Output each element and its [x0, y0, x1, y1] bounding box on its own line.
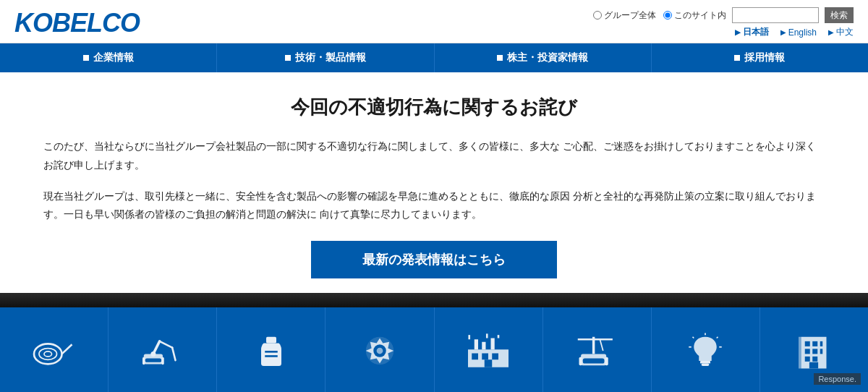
- svg-rect-48: [813, 349, 818, 354]
- svg-rect-6: [142, 357, 145, 365]
- svg-point-17: [377, 348, 383, 354]
- radio-group: グループ全体 このサイト内: [593, 9, 726, 22]
- svg-rect-53: [799, 337, 801, 369]
- nav-item-investor-label: 株主・投資家情報: [507, 51, 588, 64]
- svg-rect-45: [813, 341, 818, 346]
- steel-coil-icon: [29, 329, 80, 372]
- bottom-dark-bar: [0, 293, 868, 307]
- header: KOBELCO グループ全体 このサイト内 検索: [0, 0, 868, 72]
- language-row: ▶ 日本語 ▶ English ▶ 中文: [735, 26, 854, 38]
- lightbulb-icon: [680, 329, 731, 372]
- svg-rect-7: [161, 357, 164, 365]
- svg-rect-12: [266, 337, 276, 344]
- lang-arrow-zh: ▶: [828, 28, 834, 36]
- building-icon: [788, 329, 839, 372]
- svg-rect-25: [491, 338, 495, 350]
- svg-point-2: [44, 351, 52, 357]
- logo: KOBELCO: [14, 8, 140, 38]
- radio-site-input[interactable]: [663, 11, 672, 20]
- radio-site-label[interactable]: このサイト内: [663, 9, 726, 22]
- content-paragraph-2: 現在当社グループは、取引先様と一緒に、安全性を含む製品への影響の確認を早急に進め…: [43, 187, 825, 223]
- svg-rect-24: [482, 342, 485, 350]
- excavator-icon: [137, 329, 188, 372]
- svg-rect-22: [485, 359, 493, 367]
- page-title: 今回の不適切行為に関するお詫び: [43, 94, 825, 120]
- bottom-icon-bottle[interactable]: [217, 307, 326, 392]
- bottom-icon-screw[interactable]: [326, 307, 434, 392]
- svg-rect-52: [809, 362, 818, 369]
- factory-icon: [463, 329, 514, 372]
- cta-button[interactable]: 最新の発表情報はこちら: [311, 241, 557, 278]
- radio-group-text: グループ全体: [604, 9, 656, 22]
- bottom-icon-factory[interactable]: [435, 307, 543, 392]
- radio-group-label[interactable]: グループ全体: [593, 9, 656, 22]
- bottom-icon-bar: [0, 307, 868, 392]
- content-paragraph-1: このたび、当社ならびに当社グループ会社製品の一部に関する不適切な行為に関しまして…: [43, 137, 825, 174]
- nav-item-technology-label: 技術・製品情報: [295, 51, 366, 64]
- svg-rect-51: [813, 357, 818, 362]
- search-input[interactable]: [732, 7, 819, 23]
- lang-chinese[interactable]: ▶ 中文: [828, 26, 854, 38]
- svg-line-40: [717, 337, 718, 338]
- svg-rect-31: [579, 357, 582, 365]
- svg-point-0: [34, 344, 62, 365]
- svg-line-3: [61, 344, 72, 354]
- svg-rect-49: [820, 349, 823, 354]
- svg-line-9: [159, 341, 172, 348]
- svg-rect-20: [482, 354, 488, 360]
- nav-item-company[interactable]: 企業情報: [0, 43, 217, 72]
- watermark: Response.: [814, 373, 861, 385]
- bottom-icon-crane[interactable]: [543, 307, 652, 392]
- svg-rect-36: [700, 361, 710, 364]
- bottom-icon-steel[interactable]: [0, 307, 109, 392]
- search-button[interactable]: 検索: [825, 7, 854, 23]
- nav-item-recruitment[interactable]: 採用情報: [652, 43, 868, 72]
- main-content: 今回の不適切行為に関するお詫び このたび、当社ならびに当社グループ会社製品の一部…: [0, 72, 868, 293]
- nav-square-investor: [497, 55, 503, 61]
- nav-item-company-label: 企業情報: [93, 51, 134, 64]
- lang-english[interactable]: ▶ English: [780, 27, 817, 38]
- nav-square-recruitment: [734, 55, 740, 61]
- svg-rect-50: [805, 357, 810, 362]
- lang-chinese-label: 中文: [836, 26, 854, 38]
- svg-rect-13: [265, 351, 278, 353]
- lang-arrow-en: ▶: [780, 28, 786, 36]
- svg-rect-47: [805, 349, 810, 354]
- svg-line-10: [172, 348, 175, 361]
- screw-icon: [354, 329, 405, 372]
- bottom-icon-lightbulb[interactable]: [652, 307, 760, 392]
- svg-rect-44: [805, 341, 810, 346]
- search-row: グループ全体 このサイト内 検索: [593, 7, 854, 23]
- svg-rect-23: [475, 339, 478, 349]
- svg-point-11: [150, 351, 156, 357]
- lang-japanese-label: 日本語: [743, 26, 769, 38]
- svg-point-1: [39, 349, 57, 360]
- navigation: 企業情報 技術・製品情報 株主・投資家情報 採用情報: [0, 43, 868, 72]
- svg-rect-46: [820, 341, 823, 346]
- nav-square-technology: [285, 55, 291, 61]
- nav-item-investor[interactable]: 株主・投資家情報: [435, 43, 652, 72]
- bottom-icon-excavator[interactable]: [109, 307, 217, 392]
- bottle-icon: [246, 329, 297, 372]
- svg-rect-5: [145, 359, 161, 362]
- svg-line-35: [600, 339, 603, 351]
- svg-rect-21: [492, 354, 498, 360]
- crane-icon: [571, 329, 622, 372]
- lang-english-label: English: [788, 27, 817, 38]
- header-right: グループ全体 このサイト内 検索 ▶ 日本語 ▶ English: [593, 7, 854, 38]
- lang-japanese[interactable]: ▶ 日本語: [735, 26, 769, 38]
- radio-site-text: このサイト内: [674, 9, 726, 22]
- radio-group-input[interactable]: [593, 11, 602, 20]
- svg-rect-30: [583, 359, 605, 364]
- nav-item-recruitment-label: 採用情報: [744, 51, 785, 64]
- svg-rect-19: [472, 354, 478, 360]
- svg-rect-37: [702, 364, 710, 367]
- svg-rect-14: [265, 355, 278, 357]
- header-top: KOBELCO グループ全体 このサイト内 検索: [0, 0, 868, 43]
- lang-arrow-ja: ▶: [735, 28, 741, 36]
- svg-line-39: [693, 337, 694, 338]
- nav-square-company: [83, 55, 89, 61]
- nav-item-technology[interactable]: 技術・製品情報: [217, 43, 434, 72]
- svg-rect-32: [605, 357, 608, 365]
